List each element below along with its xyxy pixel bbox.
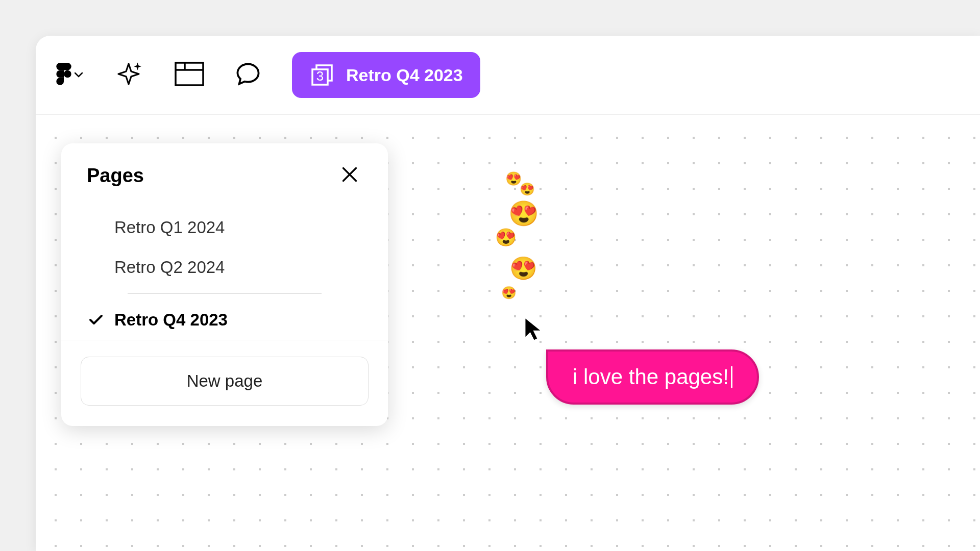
chevron-down-icon — [75, 70, 83, 80]
pages-panel: Pages Retro Q1 2024 Retro Q2 2024 — [61, 143, 388, 426]
collaborator-cursor — [523, 316, 545, 344]
pages-panel-header: Pages — [61, 143, 388, 197]
cursor-icon — [523, 335, 545, 343]
text-caret — [731, 366, 732, 388]
figma-logo-icon — [56, 63, 71, 87]
page-item[interactable]: Retro Q1 2024 — [61, 208, 388, 247]
pages-stack-icon: 3 — [309, 62, 335, 88]
heart-eyes-emoji-icon: 😍 — [508, 199, 539, 228]
divider — [128, 293, 322, 294]
new-page-button[interactable]: New page — [81, 357, 369, 406]
svg-rect-1 — [176, 63, 203, 85]
page-chip-label: Retro Q4 2023 — [346, 65, 463, 85]
heart-eyes-emoji-icon: 😍 — [520, 182, 535, 196]
emoji-reaction-cluster: 😍 😍 😍 😍 😍 😍 — [495, 171, 556, 314]
comment-icon — [235, 61, 261, 89]
heart-eyes-emoji-icon: 😍 — [501, 286, 517, 300]
page-item-label: Retro Q1 2024 — [114, 218, 362, 237]
close-icon — [341, 176, 358, 185]
comment-tool-button[interactable] — [235, 61, 261, 89]
sparkle-icon — [113, 59, 144, 91]
chat-bubble-text: i love the pages! — [573, 365, 729, 389]
page-item-selected[interactable]: Retro Q4 2023 — [61, 300, 388, 340]
page-item-label: Retro Q4 2023 — [114, 310, 362, 330]
collaborator-chat-bubble[interactable]: i love the pages! — [546, 349, 759, 405]
toolbar: 3 Retro Q4 2023 — [36, 36, 980, 115]
heart-eyes-emoji-icon: 😍 — [509, 255, 537, 282]
pages-panel-footer: New page — [61, 340, 388, 426]
page-item[interactable]: Retro Q2 2024 — [61, 247, 388, 287]
pages-list: Retro Q1 2024 Retro Q2 2024 Retro Q4 202… — [61, 197, 388, 340]
page-selector-chip[interactable]: 3 Retro Q4 2023 — [292, 52, 480, 98]
frame-tool-button[interactable] — [175, 62, 204, 88]
page-item-label: Retro Q2 2024 — [114, 258, 362, 277]
page-count: 3 — [316, 68, 324, 84]
heart-eyes-emoji-icon: 😍 — [495, 227, 517, 247]
close-pages-button[interactable] — [337, 162, 362, 189]
checkmark-icon — [89, 314, 103, 325]
pages-panel-title: Pages — [87, 165, 144, 187]
app-window: 3 Retro Q4 2023 Pages — [36, 36, 980, 551]
canvas[interactable]: Pages Retro Q1 2024 Retro Q2 2024 — [36, 115, 980, 551]
sparkle-tool-button[interactable] — [113, 59, 144, 91]
figma-menu-button[interactable] — [56, 63, 83, 87]
frame-icon — [175, 62, 204, 88]
svg-point-0 — [64, 70, 71, 78]
